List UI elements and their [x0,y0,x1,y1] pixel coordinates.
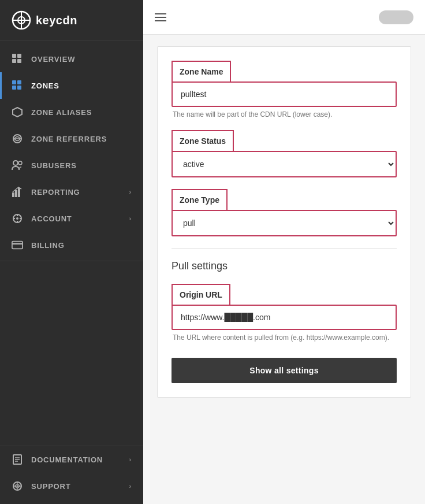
pull-settings-title: Pull settings [172,260,397,272]
zone-name-input[interactable] [173,83,396,106]
svg-rect-27 [12,243,23,244]
logo-icon [12,10,31,30]
svg-rect-19 [18,188,20,197]
sidebar-item-zone-aliases[interactable]: ZONE ALIASES [0,99,143,125]
logo-text: keycdn [36,14,77,27]
logo: keycdn [0,0,143,41]
hamburger-line [155,17,166,18]
origin-url-wrapper [172,305,397,330]
svg-point-16 [18,161,22,165]
zones-icon [12,80,23,91]
svg-marker-12 [13,108,22,117]
sidebar-item-documentation[interactable]: DOCUMENTATION › [0,446,143,473]
svg-rect-8 [12,80,16,84]
globe-icon [12,480,23,492]
origin-url-label: Origin URL [180,290,222,299]
zone-name-group: Zone Name The name will be part of the C… [172,61,397,118]
sidebar-item-zone-referrers[interactable]: ZONE REFERRERS [0,125,143,152]
show-all-settings-button[interactable]: Show all settings [172,358,397,383]
origin-url-help: The URL where content is pulled from (e.… [172,333,397,342]
svg-rect-5 [17,54,21,58]
zone-type-select[interactable]: pull push [173,211,396,235]
origin-url-input[interactable] [173,306,396,329]
content-area: Zone Name The name will be part of the C… [143,35,425,504]
zone-type-wrapper: pull push [172,210,397,236]
zone-name-label: Zone Name [180,67,223,76]
zone-status-wrapper: active inactive [172,151,397,177]
svg-rect-18 [15,190,17,197]
sidebar-item-label: ZONES [31,81,59,90]
svg-rect-10 [12,86,16,90]
chevron-right-icon: › [129,483,132,490]
user-badge [379,10,413,24]
sidebar-item-label: ZONE REFERRERS [31,135,107,143]
zone-referrers-icon [12,133,23,144]
hamburger-line [155,20,166,21]
chevron-right-icon: › [129,456,132,463]
origin-url-group: Origin URL The URL where content is pull… [172,284,397,342]
sidebar-item-account[interactable]: ACCOUNT › [0,205,143,232]
zone-form: Zone Name The name will be part of the C… [157,46,411,398]
sidebar-item-reporting[interactable]: REPORTING › [0,179,143,205]
svg-point-21 [16,217,18,220]
zone-status-group: Zone Status active inactive [172,130,397,177]
subusers-icon [12,160,23,171]
sidebar-item-label: OVERVIEW [31,55,75,64]
billing-icon [12,239,23,251]
sidebar-item-support[interactable]: SUPPORT › [0,473,143,499]
sidebar-item-billing[interactable]: BILLING [0,232,143,258]
sidebar-divider [0,261,143,261]
zone-status-label: Zone Status [180,136,226,146]
reporting-icon [12,186,23,198]
hamburger-line [155,13,166,14]
svg-rect-17 [12,192,14,197]
sidebar-bottom: DOCUMENTATION › SUPPORT › [0,446,143,504]
sidebar-item-subusers[interactable]: SUBUSERS [0,152,143,179]
section-divider [172,248,397,249]
sidebar: keycdn OVERVIEW [0,0,143,504]
sidebar-item-overview[interactable]: OVERVIEW [0,46,143,72]
svg-rect-9 [17,80,21,84]
zone-status-select[interactable]: active inactive [173,152,396,176]
sidebar-nav: OVERVIEW ZONES ZONE ALIASES [0,41,143,446]
sidebar-item-label: SUBUSERS [31,161,77,170]
svg-rect-6 [12,59,16,63]
zone-aliases-icon [12,106,23,118]
sidebar-item-label: SUPPORT [31,482,70,491]
chevron-right-icon: › [129,188,132,195]
doc-icon [12,454,23,465]
sidebar-item-label: DOCUMENTATION [31,455,103,464]
topbar [143,0,425,35]
zone-name-wrapper [172,81,397,107]
svg-rect-11 [17,86,21,90]
sidebar-item-label: BILLING [31,241,65,250]
account-icon [12,213,23,224]
svg-rect-4 [12,54,16,58]
menu-toggle-button[interactable] [155,13,166,21]
zone-name-help: The name will be part of the CDN URL (lo… [172,110,397,118]
sidebar-item-zones[interactable]: ZONES [0,72,143,99]
svg-point-15 [13,161,18,165]
svg-rect-26 [12,242,23,249]
chevron-right-icon: › [129,215,132,222]
sidebar-item-label: ACCOUNT [31,214,72,223]
sidebar-item-label: ZONE ALIASES [31,108,92,117]
zone-type-label: Zone Type [180,195,219,205]
grid-icon [12,53,23,65]
main-content: Zone Name The name will be part of the C… [143,0,425,504]
zone-type-group: Zone Type pull push [172,189,397,236]
svg-rect-7 [17,59,21,63]
sidebar-item-label: REPORTING [31,188,80,197]
